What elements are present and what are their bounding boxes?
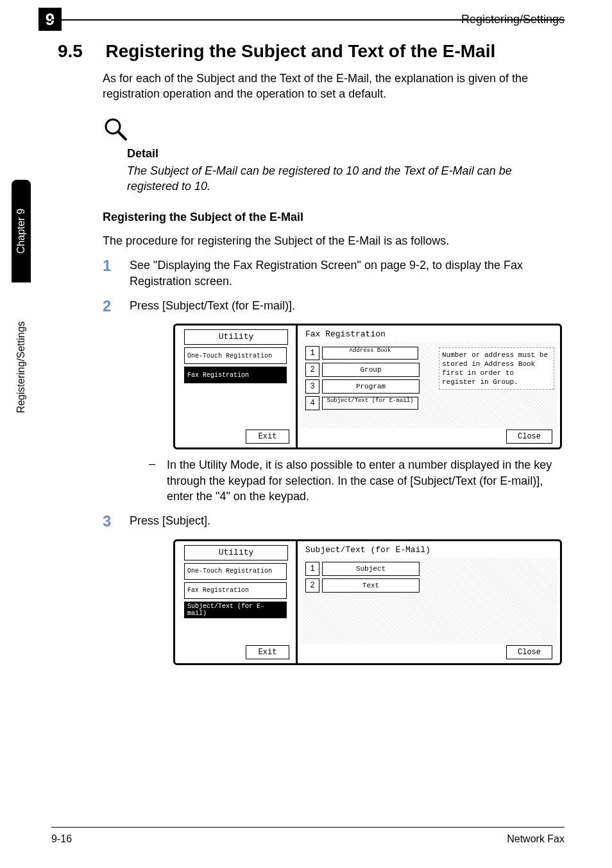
step-1-number: 1 xyxy=(103,257,130,289)
panel2-right-column: Subject/Text (for E-Mail) 1 Subject 2 Te… xyxy=(298,541,560,663)
option-4-number: 4 xyxy=(305,396,319,410)
option-text: 2 Text xyxy=(305,578,420,593)
utility-tab[interactable]: Utility xyxy=(184,545,288,560)
lead-in-text: The procedure for registering the Subjec… xyxy=(103,233,565,248)
onetouch-registration-tab[interactable]: One-Touch Registration xyxy=(184,563,287,580)
text-button[interactable]: Text xyxy=(322,578,420,593)
program-button[interactable]: Program xyxy=(322,379,420,394)
section-number: 9.5 xyxy=(58,41,103,62)
option-1-number: 1 xyxy=(305,562,319,576)
option-1-number: 1 xyxy=(305,346,319,360)
step-3-number: 3 xyxy=(103,513,130,530)
side-tab-section-label: Registering/Settings xyxy=(15,321,27,413)
option-2-number: 2 xyxy=(305,578,319,593)
subheading: Registering the Subject of the E-Mail xyxy=(103,211,565,224)
close-button[interactable]: Close xyxy=(506,430,552,444)
side-tab-chapter: Chapter 9 xyxy=(12,180,31,282)
option-address-book: 1 Address Book xyxy=(305,346,418,360)
panel1-title: Fax Registration xyxy=(305,329,386,339)
option-subject: 1 Subject xyxy=(305,562,420,576)
footer-page-number: 9-16 xyxy=(51,833,72,845)
exit-button[interactable]: Exit xyxy=(246,430,289,444)
option-subject-text: 4 Subject/Text (for E-mail) xyxy=(305,396,418,410)
group-button[interactable]: Group xyxy=(322,363,420,377)
magnifier-icon xyxy=(103,116,565,144)
option-3-number: 3 xyxy=(305,379,319,394)
close-button[interactable]: Close xyxy=(506,645,552,659)
option-group: 2 Group xyxy=(305,363,420,377)
onetouch-registration-tab[interactable]: One-Touch Registration xyxy=(184,347,287,364)
option-2-number: 2 xyxy=(305,363,319,377)
step-3: 3 Press [Subject]. xyxy=(103,513,565,530)
footer-doc-name: Network Fax xyxy=(507,833,565,845)
fax-registration-panel: Utility One-Touch Registration Fax Regis… xyxy=(173,324,562,449)
bullet-dash: – xyxy=(149,457,167,504)
step-2: 2 Press [Subject/Text (for E-mail)]. xyxy=(103,298,565,315)
step-3-text: Press [Subject]. xyxy=(130,513,210,530)
running-head: Registering/Settings xyxy=(461,13,565,26)
step-2-number: 2 xyxy=(103,298,130,315)
utility-tab[interactable]: Utility xyxy=(184,329,288,345)
panel1-help-text: Number or address must be stored in Addr… xyxy=(439,347,554,390)
panel1-left-column: Utility One-Touch Registration Fax Regis… xyxy=(175,326,298,447)
address-book-button[interactable]: Address Book xyxy=(322,347,418,360)
section-title: Registering the Subject and Text of the … xyxy=(105,41,554,62)
svg-line-1 xyxy=(118,132,126,139)
panel2-title: Subject/Text (for E-Mail) xyxy=(305,545,430,555)
note-text: In the Utility Mode, it is also possible… xyxy=(167,457,559,504)
subject-button[interactable]: Subject xyxy=(322,562,420,576)
side-tab-section: Registering/Settings xyxy=(12,290,31,444)
panel2-left-column: Utility One-Touch Registration Fax Regis… xyxy=(175,541,298,663)
subject-text-button[interactable]: Subject/Text (for E-mail) xyxy=(322,397,418,410)
fax-registration-tab[interactable]: Fax Registration xyxy=(184,367,287,383)
detail-label: Detail xyxy=(127,147,565,161)
footer-rule xyxy=(51,827,565,828)
side-tab-chapter-label: Chapter 9 xyxy=(15,209,27,254)
section-intro: As for each of the Subject and the Text … xyxy=(103,71,565,102)
fax-registration-tab[interactable]: Fax Registration xyxy=(184,582,287,599)
note-after-panel1: – In the Utility Mode, it is also possib… xyxy=(149,457,559,504)
subject-text-tab[interactable]: Subject/Text (for E-mail) xyxy=(184,602,287,618)
exit-button[interactable]: Exit xyxy=(246,645,289,659)
panel1-right-column: Fax Registration 1 Address Book 2 Group … xyxy=(298,326,560,447)
detail-text: The Subject of E-Mail can be registered … xyxy=(127,163,563,195)
step-2-text: Press [Subject/Text (for E-mail)]. xyxy=(130,298,295,315)
option-program: 3 Program xyxy=(305,379,420,394)
main-content: 9.5 Registering the Subject and Text of … xyxy=(58,41,565,665)
subject-text-panel: Utility One-Touch Registration Fax Regis… xyxy=(173,539,562,665)
step-1-text: See "Displaying the Fax Registration Scr… xyxy=(130,257,565,289)
step-1: 1 See "Displaying the Fax Registration S… xyxy=(103,257,565,289)
